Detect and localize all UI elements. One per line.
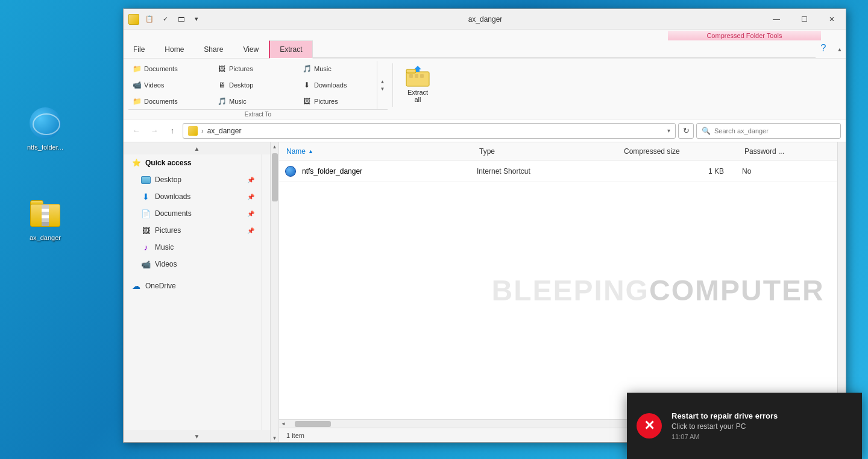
- sidebar-scroll-down[interactable]: ▼: [124, 430, 270, 442]
- sidebar-item-downloads[interactable]: ⬇ Downloads 📌: [124, 188, 262, 205]
- ribbon-content: 📁 Documents 🖼 Pictures 🎵 Music 📹: [124, 59, 846, 119]
- desktop-icon-ntfs[interactable]: ntfs_folder...: [18, 103, 72, 153]
- ribbon-scroll-down[interactable]: ▼: [377, 85, 388, 92]
- desktop-label: Desktop: [155, 176, 181, 184]
- ribbon-item-label-music2: Music: [229, 98, 247, 105]
- sidebar-item-desktop[interactable]: Desktop 📌: [124, 171, 262, 188]
- refresh-btn[interactable]: ↻: [678, 123, 694, 139]
- ax-danger-icon-label: ax_danger: [30, 234, 61, 241]
- toast-title: Restart to repair drive errors: [671, 411, 852, 420]
- ribbon-item-label-documents1: Documents: [144, 65, 178, 72]
- ribbon-collapse-btn[interactable]: ▲: [834, 40, 846, 58]
- toast-content: Restart to repair drive errors Click to …: [671, 411, 852, 440]
- sidebar-item-pictures[interactable]: 🖼 Pictures 📌: [124, 222, 262, 239]
- tab-share[interactable]: Share: [194, 40, 233, 58]
- desktop-pin-icon: 📌: [247, 177, 254, 183]
- ribbon-item-downloads[interactable]: ⬇ Downloads: [298, 77, 371, 93]
- downloads-label: Downloads: [155, 192, 190, 201]
- col-header-type[interactable]: Type: [477, 147, 621, 156]
- table-row[interactable]: ntfs_folder_danger Internet Shortcut 1 K…: [279, 160, 837, 182]
- sidebar-scroll-up[interactable]: ▲: [124, 142, 270, 154]
- nav-up-btn[interactable]: ↑: [165, 123, 180, 139]
- extract-all-label: Extract all: [407, 89, 428, 103]
- qat-properties-btn[interactable]: 📋: [143, 13, 156, 26]
- sidebar-scroll-thumb[interactable]: [272, 153, 278, 201]
- quick-access-toolbar: 📋 ✓ 🗖 ▾: [143, 13, 203, 26]
- tab-view[interactable]: View: [233, 40, 269, 58]
- pictures-label: Pictures: [155, 226, 181, 235]
- toast-subtitle: Click to restart your PC: [671, 422, 852, 431]
- documents-folder-icon: 📄: [140, 208, 151, 219]
- svg-rect-4: [420, 74, 424, 78]
- onedrive-label: OneDrive: [145, 282, 176, 290]
- ribbon-item-pictures2[interactable]: 🖼 Pictures: [298, 93, 371, 109]
- qat-newwin-btn[interactable]: 🗖: [174, 13, 187, 26]
- minimize-btn[interactable]: —: [763, 9, 790, 30]
- ribbon-item-videos[interactable]: 📹 Videos: [128, 77, 201, 93]
- pictures-folder-icon: 🖼: [140, 225, 151, 236]
- title-bar-left: 📋 ✓ 🗖 ▾: [124, 13, 208, 26]
- nav-back-btn[interactable]: ←: [128, 123, 144, 139]
- downloads-folder-icon: ⬇: [140, 191, 151, 202]
- ribbon-item-music2[interactable]: 🎵 Music: [213, 93, 286, 109]
- sidebar-item-music[interactable]: ♪ Music: [124, 239, 262, 256]
- window-title: ax_danger: [208, 15, 763, 24]
- hscroll-left-btn[interactable]: ◄: [279, 420, 288, 428]
- column-headers: Name ▲ Type Compressed size Password ...: [279, 142, 837, 160]
- ribbon-item-label-documents2: Documents: [144, 98, 178, 105]
- address-dropdown-icon[interactable]: ▾: [667, 127, 670, 134]
- tab-extract[interactable]: Extract: [269, 40, 312, 59]
- ribbon-item-pictures1[interactable]: 🖼 Pictures: [213, 61, 286, 77]
- desktop-icon-ax-danger[interactable]: ax_danger: [18, 193, 72, 244]
- sidebar-item-documents[interactable]: 📄 Documents 📌: [124, 205, 262, 222]
- sidebar-scroll-up-btn[interactable]: ▲: [271, 142, 279, 151]
- extract-all-btn[interactable]: Extract all: [398, 61, 438, 109]
- videos-folder-icon: 📹: [140, 259, 151, 270]
- desktop-icon-rib: 🖥: [217, 80, 227, 90]
- music-label: Music: [155, 243, 174, 252]
- ribbon-scroll: ▲ ▼: [377, 61, 388, 109]
- h-scrollbar-thumb[interactable]: [295, 421, 331, 427]
- ribbon-item-desktop[interactable]: 🖥 Desktop: [213, 77, 286, 93]
- window-controls: — ☐ ✕: [763, 9, 846, 30]
- sidebar-scroll-down-btn[interactable]: ▼: [271, 434, 279, 442]
- ribbon-item-music1[interactable]: 🎵 Music: [298, 61, 371, 77]
- file-size-cell: 1 KB: [621, 167, 742, 176]
- help-btn[interactable]: ?: [816, 40, 831, 56]
- titlebar-folder-icon: [128, 14, 139, 25]
- toast-error-icon: ✕: [637, 413, 662, 438]
- ribbon-item-label-music1: Music: [314, 65, 332, 72]
- qat-dropdown-btn[interactable]: ▾: [190, 13, 203, 26]
- ribbon-scroll-up[interactable]: ▲: [377, 78, 388, 85]
- file-type-cell: Internet Shortcut: [477, 167, 621, 176]
- close-btn[interactable]: ✕: [818, 9, 846, 30]
- tab-home[interactable]: Home: [155, 40, 194, 58]
- ribbon-tabs: File Home Share View Extract ? ▲: [124, 40, 846, 59]
- address-bar[interactable]: › ax_danger ▾: [183, 123, 676, 139]
- maximize-btn[interactable]: ☐: [790, 9, 818, 30]
- documents-icon2: 📁: [132, 97, 142, 106]
- address-path: ax_danger: [207, 127, 665, 135]
- notification-toast[interactable]: ✕ Restart to repair drive errors Click t…: [627, 393, 862, 459]
- col-header-password[interactable]: Password ...: [742, 147, 832, 156]
- downloads-pin-icon: 📌: [247, 194, 254, 200]
- ribbon-item-documents2[interactable]: 📁 Documents: [128, 93, 201, 109]
- sidebar-item-videos[interactable]: 📹 Videos: [124, 256, 262, 273]
- address-arrow: ›: [201, 127, 204, 135]
- videos-icon: 📹: [132, 80, 142, 90]
- nav-forward-btn[interactable]: →: [146, 123, 162, 139]
- music-icon1: 🎵: [302, 64, 312, 74]
- sidebar-item-quick-access[interactable]: ⭐ Quick access: [124, 154, 262, 171]
- tab-file[interactable]: File: [124, 40, 155, 58]
- col-header-compressed[interactable]: Compressed size: [621, 147, 742, 156]
- downloads-icon: ⬇: [302, 80, 312, 90]
- ntfs-icon-label: ntfs_folder...: [27, 144, 63, 151]
- watermark: BLEEPINGCOMPUTER: [492, 273, 825, 306]
- ribbon-item-documents1[interactable]: 📁 Documents: [128, 61, 201, 77]
- sidebar-item-onedrive[interactable]: ☁ OneDrive: [124, 277, 262, 294]
- search-input[interactable]: [714, 127, 835, 135]
- qat-check-btn[interactable]: ✓: [159, 13, 172, 26]
- col-header-name[interactable]: Name ▲: [284, 147, 477, 156]
- file-list: BLEEPINGCOMPUTER ntfs_folder_danger Inte…: [279, 160, 837, 419]
- ribbon-item-label-desktop: Desktop: [229, 81, 253, 89]
